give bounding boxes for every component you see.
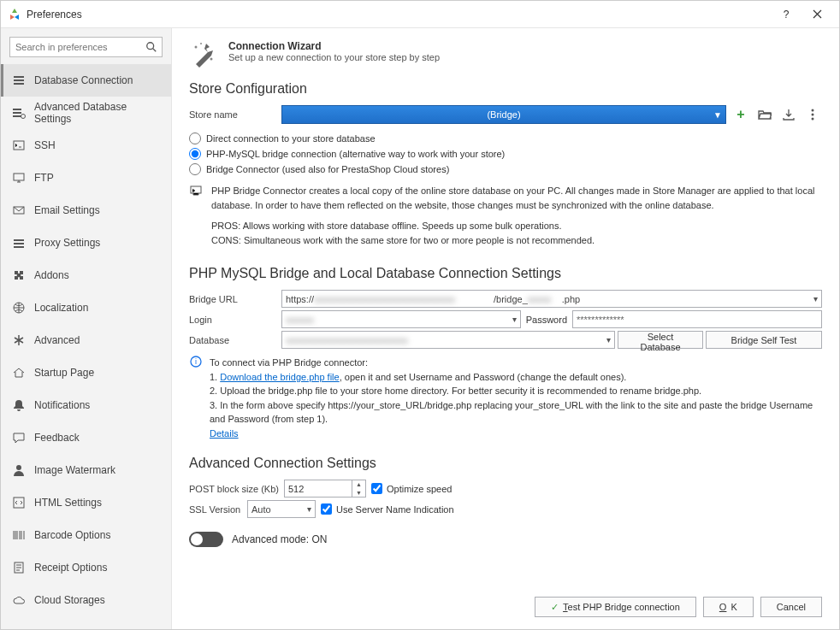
- help-intro: To connect via PHP Bridge connector:: [210, 356, 822, 370]
- proxy-icon: [12, 236, 26, 250]
- spinner-down-icon[interactable]: ▼: [352, 489, 365, 498]
- sidebar-item-notifications[interactable]: Notifications: [1, 389, 171, 421]
- database-label: Database: [189, 335, 281, 345]
- close-button[interactable]: [802, 3, 832, 26]
- svg-rect-11: [14, 239, 24, 241]
- advanced-mode-label: Advanced mode: ON: [232, 533, 327, 545]
- test-connection-button[interactable]: ✓ Test PHP Bridge connection: [535, 597, 696, 617]
- sidebar-item-proxy-settings[interactable]: Proxy Settings: [1, 227, 171, 259]
- import-button[interactable]: [779, 105, 798, 124]
- sync-icon: [189, 184, 203, 247]
- mail-icon: [12, 203, 26, 217]
- sidebar-item-image-watermark[interactable]: Image Watermark: [1, 454, 171, 486]
- titlebar: Preferences ?: [1, 1, 839, 28]
- asterisk-icon: [12, 333, 26, 347]
- sidebar-item-label: SSH: [34, 139, 56, 151]
- info-cons: CONS: Simultaneous work with the same st…: [211, 233, 822, 248]
- sidebar-item-ssh[interactable]: SSH: [1, 129, 171, 162]
- search-input[interactable]: [10, 42, 141, 52]
- sni-checkbox[interactable]: Use Server Name Indication: [321, 503, 454, 515]
- details-link[interactable]: Details: [210, 428, 239, 439]
- svg-rect-3: [14, 83, 24, 85]
- add-store-button[interactable]: +: [731, 105, 750, 124]
- store-name-label: Store name: [189, 109, 281, 120]
- wizard-desc: Set up a new connection to your store st…: [228, 52, 440, 62]
- svg-point-18: [195, 46, 198, 49]
- radio-direct-input[interactable]: [189, 132, 201, 144]
- chevron-down-icon: ▾: [606, 335, 611, 344]
- sidebar-item-label: HTML Settings: [34, 497, 102, 509]
- radio-connector-input[interactable]: [189, 163, 201, 175]
- optimize-speed-checkbox[interactable]: Optimize speed: [371, 483, 452, 494]
- svg-text:i: i: [195, 357, 197, 366]
- help-step-3: 3. In the form above specify https://you…: [210, 398, 822, 427]
- app-logo-icon: [8, 8, 21, 21]
- database-input[interactable]: xxxxxxxxxxxxxxxxxxxxxxxxxx ▾: [281, 331, 615, 349]
- sidebar: Database ConnectionAdvanced Database Set…: [1, 28, 172, 629]
- puzzle-icon: [12, 268, 26, 282]
- sidebar-item-barcode-options[interactable]: Barcode Options: [1, 519, 171, 551]
- sidebar-item-advanced-database-settings[interactable]: Advanced Database Settings: [1, 97, 171, 129]
- sidebar-item-label: Advanced Database Settings: [34, 101, 163, 125]
- wizard-icon: [189, 40, 216, 68]
- open-folder-button[interactable]: [755, 105, 774, 124]
- sidebar-item-cloud-storages[interactable]: Cloud Storages: [1, 584, 171, 616]
- wizard-title: Connection Wizard: [228, 40, 440, 52]
- sidebar-item-advanced[interactable]: Advanced: [1, 324, 171, 356]
- post-size-input[interactable]: 512 ▲▼: [284, 480, 366, 498]
- barcode-icon: [12, 528, 26, 542]
- window-title: Preferences: [27, 9, 771, 21]
- sidebar-item-label: FTP: [34, 172, 54, 184]
- select-database-button[interactable]: Select Database: [618, 331, 703, 349]
- radio-bridge-input[interactable]: [189, 148, 201, 160]
- help-button[interactable]: ?: [771, 3, 802, 26]
- svg-point-22: [812, 114, 814, 116]
- dbadv-icon: [12, 106, 26, 120]
- chevron-down-icon: ▾: [307, 504, 311, 514]
- store-config-heading: Store Configuration: [189, 81, 822, 97]
- password-input[interactable]: [572, 310, 822, 328]
- sidebar-item-label: Image Watermark: [34, 464, 115, 476]
- advanced-mode-toggle[interactable]: [189, 532, 223, 547]
- spinner-up-icon[interactable]: ▲: [352, 480, 365, 489]
- ssl-version-select[interactable]: Auto ▾: [247, 500, 316, 518]
- chat-icon: [12, 431, 26, 445]
- terminal-icon: [12, 138, 26, 152]
- cancel-button[interactable]: Cancel: [760, 597, 822, 617]
- sidebar-item-email-settings[interactable]: Email Settings: [1, 194, 171, 227]
- sidebar-item-addons[interactable]: Addons: [1, 259, 171, 291]
- sidebar-item-html-settings[interactable]: HTML Settings: [1, 486, 171, 519]
- svg-point-0: [147, 43, 154, 50]
- sidebar-item-ftp[interactable]: FTP: [1, 162, 171, 194]
- cloud-icon: [12, 593, 26, 607]
- svg-point-21: [812, 109, 814, 112]
- radio-connector[interactable]: Bridge Connector (used also for PrestaSh…: [189, 163, 822, 175]
- radio-direct[interactable]: Direct connection to your store database: [189, 132, 822, 144]
- sidebar-item-receipt-options[interactable]: Receipt Options: [1, 551, 171, 584]
- sidebar-item-feedback[interactable]: Feedback: [1, 421, 171, 454]
- chevron-down-icon: ▾: [813, 294, 818, 303]
- sidebar-item-database-connection[interactable]: Database Connection: [1, 64, 171, 97]
- html-icon: [12, 496, 26, 509]
- sidebar-item-label: Proxy Settings: [34, 237, 100, 249]
- help-step-2: 2. Upload the bridge.php file to your st…: [210, 384, 822, 398]
- bridge-url-input[interactable]: https:// xxxxxxxxxxxxxxxxxxxxxxxxxxxxxx …: [281, 290, 822, 308]
- password-label: Password: [521, 315, 572, 325]
- svg-point-19: [210, 58, 213, 61]
- content-area: Connection Wizard Set up a new connectio…: [172, 28, 839, 629]
- radio-bridge[interactable]: PHP-MySQL bridge connection (alternative…: [189, 148, 822, 160]
- login-input[interactable]: xxxxxx ▾: [281, 310, 521, 328]
- person-icon: [12, 463, 26, 477]
- svg-rect-9: [14, 174, 24, 180]
- globe-icon: [12, 301, 26, 315]
- info-pros: PROS: Allows working with store database…: [211, 219, 822, 233]
- sidebar-item-label: Receipt Options: [34, 562, 107, 574]
- store-name-select[interactable]: (Bridge) ▼: [281, 105, 726, 124]
- ok-button[interactable]: OK: [703, 597, 754, 617]
- sidebar-item-localization[interactable]: Localization: [1, 291, 171, 324]
- bridge-self-test-button[interactable]: Bridge Self Test: [706, 331, 822, 349]
- sidebar-item-startup-page[interactable]: Startup Page: [1, 356, 171, 389]
- more-menu-button[interactable]: [803, 105, 822, 124]
- download-bridge-link[interactable]: Download the bridge.php file: [220, 372, 339, 382]
- search-input-wrap[interactable]: [9, 37, 163, 57]
